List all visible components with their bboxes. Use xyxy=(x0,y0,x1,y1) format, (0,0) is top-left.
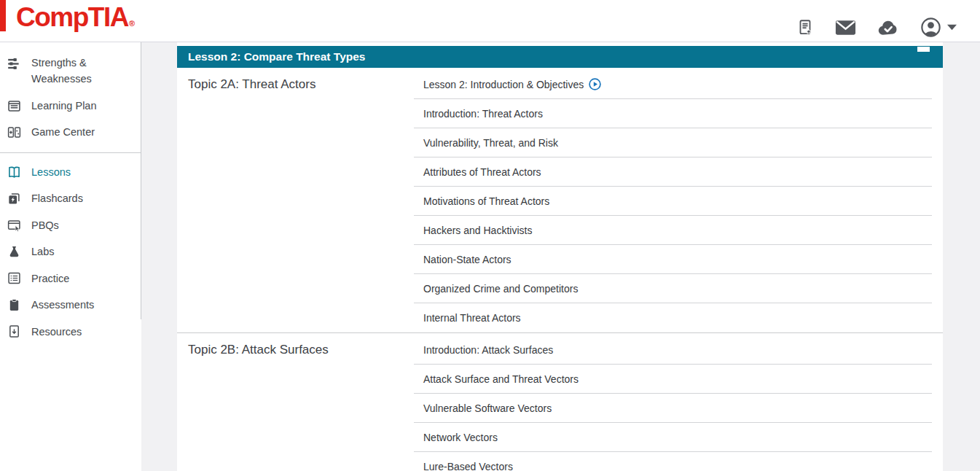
topic-item-list: Lesson 2: Introduction & Objectives Intr… xyxy=(414,68,932,332)
flask-icon xyxy=(7,244,22,260)
minimize-dash-icon[interactable] xyxy=(917,47,930,52)
sidebar-separator xyxy=(0,152,141,153)
lesson-item-row[interactable]: Motivations of Threat Actors xyxy=(414,187,932,216)
lesson-item-row[interactable]: Internal Threat Actors xyxy=(414,303,932,332)
sidebar-item-game-center[interactable]: Game Center xyxy=(0,119,141,145)
lesson-item-label: Introduction: Threat Actors xyxy=(423,108,543,120)
equalizer-icon xyxy=(7,56,22,71)
lesson-item-label: Attributes of Threat Actors xyxy=(423,166,541,178)
sidebar-item-label: Game Center xyxy=(31,124,95,140)
topic-title: Topic 2A: Threat Actors xyxy=(177,68,414,332)
lesson-item-row[interactable]: Introduction: Threat Actors xyxy=(414,99,932,128)
lesson-item-label: Vulnerable Software Vectors xyxy=(423,402,552,414)
topic-section-2a: Topic 2A: Threat Actors Lesson 2: Introd… xyxy=(177,68,943,332)
topic-item-list: Introduction: Attack Surfaces Attack Sur… xyxy=(414,333,932,471)
cloud-check-icon[interactable] xyxy=(877,18,900,37)
clipboard-icon xyxy=(7,297,22,313)
topic-title: Topic 2B: Attack Surfaces xyxy=(177,333,414,471)
notebook-icon xyxy=(7,98,22,114)
lesson-item-label: Organized Crime and Competitors xyxy=(423,283,578,295)
header-icon-group xyxy=(796,16,957,39)
open-book-icon xyxy=(7,165,22,180)
lesson-item-label: Network Vectors xyxy=(423,432,498,443)
sidebar-item-labs[interactable]: Labs xyxy=(0,238,141,265)
sidebar-item-label: Practice xyxy=(31,270,69,287)
sidebar-item-label: PBQs xyxy=(31,217,59,233)
browser-cursor-icon xyxy=(7,218,22,233)
lesson-item-label: Lure-Based Vectors xyxy=(423,461,513,471)
lesson-item-row[interactable]: Nation-State Actors xyxy=(414,245,932,274)
lesson-item-row[interactable]: Vulnerable Software Vectors xyxy=(414,394,932,423)
lesson-item-row[interactable]: Attack Surface and Threat Vectors xyxy=(414,365,932,394)
lesson-item-row[interactable]: Organized Crime and Competitors xyxy=(414,274,932,303)
play-icon[interactable] xyxy=(589,78,601,90)
sidebar-nav: Strengths & Weaknesses Learning Plan xyxy=(0,42,141,345)
account-icon xyxy=(920,16,942,39)
lesson-item-row[interactable]: Vulnerability, Threat, and Risk xyxy=(414,128,932,157)
sidebar-item-assessments[interactable]: Assessments xyxy=(0,292,141,318)
lesson-item-label: Internal Threat Actors xyxy=(423,312,521,324)
sidebar-item-resources[interactable]: Resources xyxy=(0,319,141,345)
sidebar-item-practice[interactable]: Practice xyxy=(0,265,141,292)
logo-text: CompTIA xyxy=(16,2,128,32)
sidebar-item-flashcards[interactable]: Flashcards xyxy=(0,185,141,211)
lesson-item-row[interactable]: Introduction: Attack Surfaces xyxy=(414,335,932,365)
sidebar-item-label: Strengths & Weaknesses xyxy=(31,55,113,87)
transcript-document-icon[interactable] xyxy=(796,17,815,39)
brand-accent-bar xyxy=(0,0,6,31)
account-menu-button[interactable] xyxy=(920,16,957,39)
sidebar: Strengths & Weaknesses Learning Plan xyxy=(0,42,141,471)
caret-down-icon xyxy=(947,24,957,31)
comptia-logo[interactable]: CompTIA® xyxy=(16,2,134,33)
lesson-item-row[interactable]: Network Vectors xyxy=(414,423,932,452)
registered-mark: ® xyxy=(129,19,134,28)
lesson-item-row[interactable]: Hackers and Hacktivists xyxy=(414,216,932,245)
sidebar-item-label: Assessments xyxy=(31,297,94,313)
game-tiles-icon xyxy=(7,125,22,140)
app-window: CompTIA® xyxy=(0,0,980,471)
mail-icon[interactable] xyxy=(834,18,857,37)
lesson-item-row[interactable]: Attributes of Threat Actors xyxy=(414,157,932,187)
lesson-title: Lesson 2: Compare Threat Types xyxy=(188,50,365,63)
sidebar-item-strengths-weaknesses[interactable]: Strengths & Weaknesses xyxy=(0,50,141,93)
sidebar-item-label: Learning Plan xyxy=(31,98,97,114)
sidebar-divider-line xyxy=(141,42,141,319)
lesson-item-label: Motivations of Threat Actors xyxy=(423,195,549,207)
sidebar-item-label: Lessons xyxy=(31,164,71,180)
sidebar-item-learning-plan[interactable]: Learning Plan xyxy=(0,93,141,119)
app-header: CompTIA® xyxy=(0,0,980,42)
lesson-item-label: Nation-State Actors xyxy=(423,254,511,265)
lesson-header-bar[interactable]: Lesson 2: Compare Threat Types xyxy=(177,46,943,68)
sidebar-item-pbqs[interactable]: PBQs xyxy=(0,212,141,238)
lesson-panel: Lesson 2: Compare Threat Types Topic 2A:… xyxy=(177,42,943,471)
lesson-item-label: Lesson 2: Introduction & Objectives xyxy=(423,79,584,90)
sidebar-item-label: Flashcards xyxy=(31,190,83,206)
lesson-item-label: Hackers and Hacktivists xyxy=(423,225,532,236)
sidebar-item-label: Resources xyxy=(31,324,82,340)
lesson-item-label: Attack Surface and Threat Vectors xyxy=(423,373,579,385)
sidebar-item-label: Labs xyxy=(31,244,54,260)
lesson-item-row[interactable]: Lesson 2: Introduction & Objectives xyxy=(414,70,932,99)
document-download-icon xyxy=(7,324,22,339)
checklist-icon xyxy=(7,270,22,286)
lesson-item-label: Introduction: Attack Surfaces xyxy=(423,344,553,356)
lesson-item-row[interactable]: Lure-Based Vectors xyxy=(414,452,932,471)
sidebar-item-lessons[interactable]: Lessons xyxy=(0,159,141,185)
lesson-item-label: Vulnerability, Threat, and Risk xyxy=(423,137,558,149)
flashcard-bolt-icon xyxy=(7,191,22,206)
topic-section-2b: Topic 2B: Attack Surfaces Introduction: … xyxy=(177,332,943,471)
